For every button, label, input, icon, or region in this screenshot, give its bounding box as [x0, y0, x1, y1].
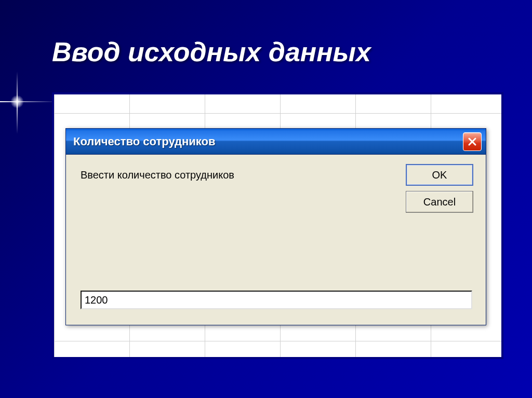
- value-input[interactable]: [81, 291, 472, 309]
- input-dialog: Количество сотрудников Ввести количество…: [65, 128, 486, 325]
- dialog-body: Ввести количество сотрудников OK Cancel: [66, 155, 486, 325]
- ok-button[interactable]: OK: [406, 164, 473, 186]
- spreadsheet-background: Количество сотрудников Ввести количество…: [52, 92, 503, 359]
- decorative-flare: [0, 101, 57, 102]
- slide-title: Ввод исходных данных: [52, 36, 371, 67]
- close-button[interactable]: [463, 132, 482, 151]
- grid-line: [54, 113, 501, 114]
- decorative-flare: [10, 95, 24, 108]
- cancel-button[interactable]: Cancel: [406, 191, 473, 213]
- dialog-title: Количество сотрудников: [73, 135, 216, 148]
- close-icon: [467, 136, 477, 147]
- dialog-titlebar[interactable]: Количество сотрудников: [66, 129, 486, 155]
- grid-line: [54, 341, 501, 341]
- dialog-prompt: Ввести количество сотрудников: [81, 169, 234, 181]
- dialog-buttons: OK Cancel: [406, 164, 473, 213]
